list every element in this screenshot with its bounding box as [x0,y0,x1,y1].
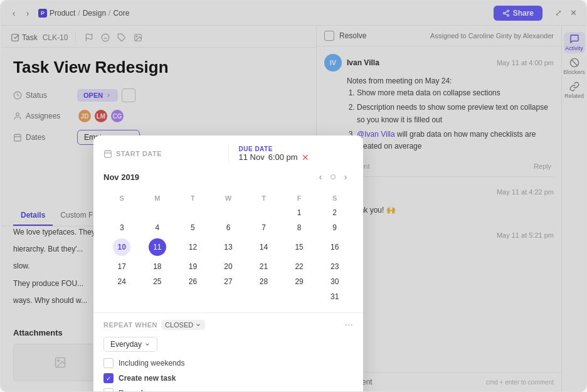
repeat-section: REPEAT WHEN CLOSED ··· Everyday [93,312,363,392]
calendar-nav: Nov 2019 ‹ › [103,169,353,184]
checkbox-recur-forever[interactable] [103,388,114,392]
date-picker-modal: START DATE DUE DATE 11 Nov 6:00 pm ✕ Nov… [93,135,363,392]
option-create-new-task[interactable]: Create new task [103,373,353,383]
date-modal-header: START DATE DUE DATE 11 Nov 6:00 pm ✕ [93,135,363,169]
due-date-clear[interactable]: ✕ [302,152,309,162]
repeat-more-button[interactable]: ··· [345,319,353,331]
option-including-weekends[interactable]: Including weekends [103,358,353,368]
calendar: Nov 2019 ‹ › S M T W T F S [93,169,363,312]
start-date-section: START DATE [103,149,218,158]
cal-next-button[interactable]: › [338,169,353,184]
option-recur-forever[interactable]: Recur forever [103,388,353,392]
due-date-label: DUE DATE [239,146,354,152]
cal-today-indicator [331,174,336,179]
cal-prev-button[interactable]: ‹ [313,169,328,184]
repeat-header: REPEAT WHEN CLOSED ··· [103,319,353,331]
due-date-section[interactable]: DUE DATE 11 Nov 6:00 pm ✕ [239,146,354,162]
svg-rect-28 [105,151,112,157]
due-date-value: 11 Nov 6:00 pm ✕ [239,152,354,162]
start-date-label: START DATE [116,150,162,157]
checkbox-weekends[interactable] [103,358,114,368]
everyday-select[interactable]: Everyday [103,337,157,352]
repeat-label: REPEAT WHEN [103,321,157,329]
repeat-dropdown: Everyday [103,337,353,352]
modal-overlay: START DATE DUE DATE 11 Nov 6:00 pm ✕ Nov… [1,1,586,391]
repeat-options: Including weekends Create new task Recur… [103,358,353,392]
calendar-grid: S M T W T F S [103,191,353,305]
checkbox-create-task[interactable] [103,373,114,383]
repeat-closed-badge[interactable]: CLOSED [161,320,205,330]
cal-month: Nov 2019 [103,172,313,182]
